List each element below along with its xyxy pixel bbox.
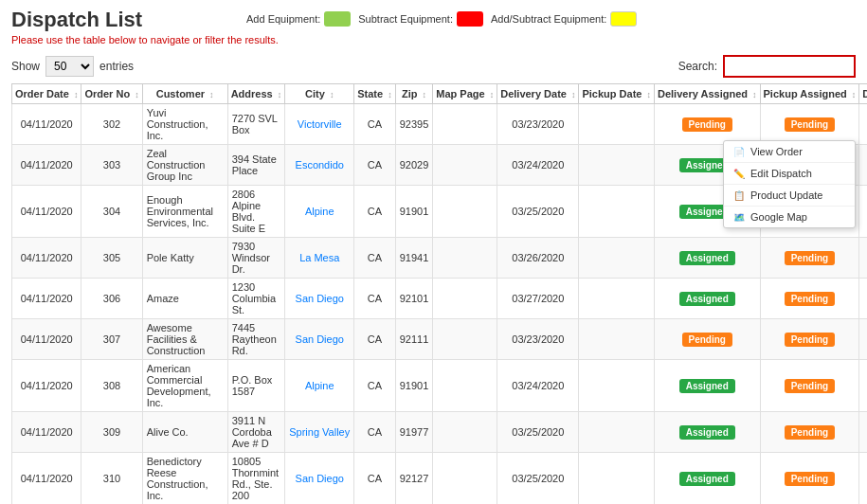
col-delivery-status[interactable]: Delivery Status ↕	[859, 84, 867, 104]
search-box: Search:	[678, 55, 856, 78]
city-link[interactable]: Escondido	[296, 159, 344, 171]
delivery-assigned-badge: Pending	[682, 117, 732, 132]
page-subtitle: Please use the table below to navigate o…	[11, 34, 856, 45]
dropdown-edit-dispatch[interactable]: ✏️ Edit Dispatch	[724, 163, 855, 185]
col-city[interactable]: City ↕	[285, 84, 354, 104]
city-link[interactable]: San Diego	[296, 333, 344, 345]
delivery-assigned-badge: Assigned	[679, 251, 735, 265]
col-map-page[interactable]: Map Page ↕	[433, 84, 497, 104]
add-subtract-equipment-label: Add/Subtract Equipment:	[491, 13, 606, 25]
col-address[interactable]: Address ↕	[227, 84, 285, 104]
show-entries-control: Show 50 25 100 entries	[11, 56, 134, 77]
col-order-no[interactable]: Order No ↕	[81, 84, 142, 104]
google-map-icon: 🗺️	[733, 212, 745, 223]
entries-label: entries	[99, 60, 134, 73]
subtract-equipment-label: Subtract Equipment:	[358, 13, 453, 25]
subtract-equipment-color	[457, 11, 483, 27]
pickup-assigned-badge: Pending	[785, 472, 835, 486]
pickup-assigned-badge: Pending	[785, 379, 835, 393]
col-delivery-assigned[interactable]: Delivery Assigned ↕	[655, 84, 761, 104]
legend-bar: Add Equipment: Subtract Equipment: Add/S…	[246, 11, 637, 27]
add-subtract-equipment-color	[610, 11, 637, 27]
col-customer[interactable]: Customer ↕	[142, 84, 227, 104]
table-row: 04/11/2020308American Commercial Develop…	[12, 360, 868, 412]
delivery-assigned-badge: Assigned	[679, 379, 735, 393]
col-state[interactable]: State ↕	[354, 84, 395, 104]
product-update-icon: 📋	[733, 190, 745, 201]
search-input[interactable]	[723, 55, 856, 78]
table-row: 04/11/2020309Alive Co.3911 N Cordoba Ave…	[12, 412, 868, 453]
actions-dropdown-menu: 📄 View Order ✏️ Edit Dispatch 📋 Product …	[723, 140, 856, 228]
table-row: 04/11/2020302Yuvi Construction, Inc.7270…	[12, 104, 868, 145]
pickup-assigned-badge: Pending	[785, 292, 835, 306]
col-pickup-date[interactable]: Pickup Date ↕	[579, 84, 655, 104]
dropdown-google-map[interactable]: 🗺️ Google Map	[724, 207, 855, 227]
col-pickup-assigned[interactable]: Pickup Assigned ↕	[760, 84, 859, 104]
col-zip[interactable]: Zip ↕	[395, 84, 433, 104]
city-link[interactable]: Alpine	[305, 380, 334, 391]
view-order-icon: 📄	[733, 147, 745, 157]
col-delivery-date[interactable]: Delivery Date ↕	[497, 84, 579, 104]
delivery-assigned-badge: Assigned	[679, 292, 735, 306]
dropdown-product-update[interactable]: 📋 Product Update	[724, 185, 855, 207]
col-order-date[interactable]: Order Date ↕	[12, 84, 81, 104]
city-link[interactable]: Spring Valley	[289, 426, 350, 438]
pickup-assigned-badge: Pending	[785, 117, 835, 132]
pickup-assigned-badge: Pending	[785, 425, 835, 440]
table-row: 04/11/2020306Amaze1230 Columbia St.San D…	[12, 279, 868, 319]
search-label: Search:	[678, 60, 717, 73]
entries-select[interactable]: 50 25 100	[45, 56, 94, 77]
show-label: Show	[11, 60, 40, 73]
dropdown-view-order[interactable]: 📄 View Order	[724, 141, 855, 163]
add-equipment-label: Add Equipment:	[246, 13, 320, 25]
table-row: 04/11/2020307Awesome Facilities & Constr…	[12, 319, 868, 360]
city-link[interactable]: Victorville	[298, 118, 342, 130]
city-link[interactable]: La Mesa	[299, 252, 339, 263]
delivery-assigned-badge: Assigned	[679, 425, 735, 440]
city-link[interactable]: Alpine	[305, 206, 334, 217]
city-link[interactable]: San Diego	[296, 293, 344, 304]
edit-dispatch-icon: ✏️	[733, 169, 745, 179]
pickup-assigned-badge: Pending	[785, 251, 835, 265]
pickup-assigned-badge: Pending	[785, 333, 835, 347]
table-row: 04/11/2020310Benedictory Reese Construct…	[12, 453, 868, 505]
city-link[interactable]: San Diego	[296, 473, 344, 484]
add-equipment-color	[324, 11, 351, 27]
table-row: 04/11/2020305Pole Katty7930 Windsor Dr.L…	[12, 238, 868, 279]
delivery-assigned-badge: Assigned	[679, 472, 735, 486]
delivery-assigned-badge: Pending	[682, 333, 732, 347]
